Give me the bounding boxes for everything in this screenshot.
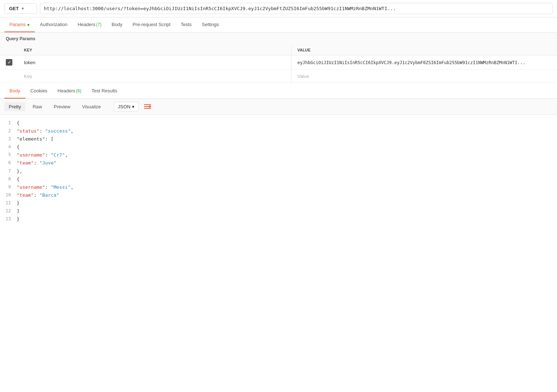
params-table: KEY VALUE token eyJhbGciOiJIUzI1NiIsInR5… [0,45,557,83]
code-line: 11 } [0,199,557,207]
line-content: } [17,215,557,223]
empty-checkbox-cell [0,70,18,83]
method-chevron: ▾ [22,7,24,11]
code-line: 6 "team": "Juve" [0,159,557,167]
empty-key-placeholder: Key [24,74,32,79]
tab-test-results[interactable]: Test Results [86,84,122,99]
tab-headers-response[interactable]: Headers(6) [53,84,87,99]
line-content: "username": "Cr7", [17,151,557,159]
language-label: JSON [118,104,131,109]
line-number: 11 [0,199,17,207]
line-number: 8 [0,175,17,183]
line-number: 5 [0,151,17,158]
tab-tests[interactable]: Tests [176,17,197,32]
query-params-title: Query Params [0,33,557,45]
line-number: 1 [0,119,17,126]
line-content: } [17,199,557,207]
empty-value-placeholder: Value [297,74,309,79]
table-row-empty: Key Value [0,70,557,83]
line-number: 2 [0,127,17,134]
method-selector[interactable]: GET ▾ [4,3,37,14]
wrap-icon [144,103,152,110]
code-line: 9 "username": "Messi", [0,183,557,191]
body-toolbar: Pretty Raw Preview Visualize JSON ▾ [0,99,557,115]
line-content: "status": "success", [17,127,557,135]
tab-body-request[interactable]: Body [107,17,128,32]
wrap-button[interactable] [144,103,152,110]
code-line: 10 "team": "Barca" [0,191,557,199]
line-content: { [17,119,557,127]
format-raw[interactable]: Raw [28,102,46,111]
param-value: eyJhbGciOiJIUzI1NiIsInR5cCI6IkpXVCJ9.eyJ… [297,60,525,65]
line-content: { [17,175,557,183]
code-line: 13} [0,215,557,223]
response-headers-badge: (6) [76,88,82,93]
url-bar: GET ▾ http://localhost:3000/users/?token… [0,0,557,17]
empty-value-cell[interactable]: Value [291,70,557,83]
param-checkbox[interactable] [6,59,12,66]
line-number: 7 [0,167,17,175]
tab-headers[interactable]: Headers(7) [73,17,107,32]
col-key-header: KEY [18,45,291,55]
method-label: GET [9,6,19,11]
code-line: 3 "elements": [ [0,135,557,143]
line-content: "elements": [ [17,135,557,143]
language-chevron: ▾ [132,104,135,109]
row-checkbox-cell [0,55,18,70]
line-content: "username": "Messi", [17,183,557,191]
code-line: 4 { [0,143,557,151]
line-content: }, [17,167,557,175]
line-content: "team": "Juve" [17,159,557,167]
format-preview[interactable]: Preview [49,102,75,111]
tab-cookies[interactable]: Cookies [25,84,53,99]
col-value-header: VALUE [291,45,557,55]
tab-settings[interactable]: Settings [197,17,224,32]
table-row: token eyJhbGciOiJIUzI1NiIsInR5cCI6IkpXVC… [0,55,557,70]
response-tabs: Body Cookies Headers(6) Test Results [0,84,557,99]
line-number: 10 [0,191,17,199]
param-value-cell[interactable]: eyJhbGciOiJIUzI1NiIsInR5cCI6IkpXVCJ9.eyJ… [291,55,557,70]
params-badge: ● [27,22,30,27]
tab-body-response[interactable]: Body [4,84,25,99]
code-line: 12 ] [0,207,557,215]
headers-badge: (7) [96,22,102,27]
json-response-view: 1{2 "status": "success",3 "elements": [4… [0,115,557,228]
line-number: 9 [0,183,17,191]
param-key-cell[interactable]: token [18,55,291,70]
line-number: 12 [0,207,17,214]
empty-key-cell[interactable]: Key [18,70,291,83]
line-content: { [17,143,557,151]
line-number: 4 [0,143,17,150]
code-line: 8 { [0,175,557,183]
code-line: 5 "username": "Cr7", [0,151,557,159]
request-tabs: Params● Authorization Headers(7) Body Pr… [0,17,557,33]
col-checkbox-header [0,45,18,55]
line-number: 13 [0,215,17,222]
code-line: 2 "status": "success", [0,127,557,135]
line-content: ] [17,207,557,215]
tab-params[interactable]: Params● [4,17,35,32]
tab-authorization[interactable]: Authorization [35,17,73,32]
line-content: "team": "Barca" [17,191,557,199]
language-selector[interactable]: JSON ▾ [114,102,139,112]
tab-pre-request[interactable]: Pre-request Script [127,17,176,32]
url-input[interactable]: http://localhost:3000/users/?token=eyJhb… [40,3,553,14]
code-line: 7 }, [0,167,557,175]
param-key: token [24,60,36,65]
line-number: 3 [0,135,17,142]
line-number: 6 [0,159,17,166]
format-visualize[interactable]: Visualize [78,102,105,111]
format-pretty[interactable]: Pretty [4,102,25,111]
code-line: 1{ [0,119,557,127]
